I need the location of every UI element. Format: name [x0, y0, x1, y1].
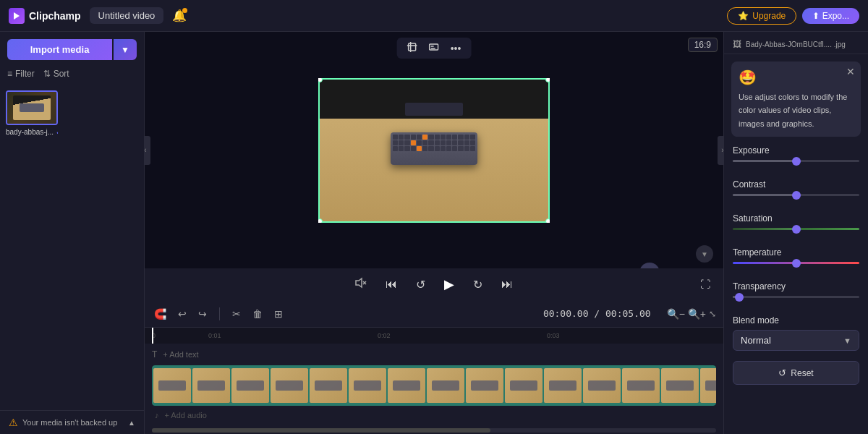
reset-icon: ↺ — [778, 367, 786, 378]
timecode-separator: / — [594, 308, 605, 319]
more-options-button[interactable]: ••• — [448, 41, 464, 56]
redo-button[interactable]: ↪ — [196, 306, 209, 322]
fit-zoom-button[interactable]: ⤡ — [709, 308, 716, 320]
list-item[interactable]: bady-abbas-j... ✓ — [6, 90, 58, 137]
key — [417, 146, 422, 151]
transparency-slider[interactable] — [733, 296, 859, 298]
cut-button[interactable]: ✂ — [230, 306, 243, 322]
key — [435, 140, 440, 145]
play-button[interactable]: ▶ — [441, 273, 457, 295]
toolbar-separator — [219, 307, 220, 320]
temperature-slider[interactable] — [733, 262, 859, 264]
key — [422, 135, 427, 140]
export-button[interactable]: ⬆ Expo... — [802, 8, 859, 24]
media-thumbnail — [6, 90, 58, 125]
track-thumbnail — [700, 368, 716, 403]
sort-button[interactable]: ⇅ Sort — [43, 69, 69, 79]
key — [428, 135, 433, 140]
reset-button[interactable]: ↺ Reset — [733, 361, 859, 385]
add-text-label[interactable]: + Add text — [163, 350, 198, 359]
video-track-bar[interactable]: ⏸ — [152, 365, 716, 406]
crop-tool-button[interactable] — [404, 41, 420, 56]
upgrade-button[interactable]: ⭐ Upgrade — [727, 7, 796, 25]
blend-mode-select[interactable]: Normal ▼ — [733, 330, 859, 351]
skip-back-button[interactable]: ⏮ — [383, 275, 400, 294]
video-frame-wrapper — [318, 78, 550, 223]
notification-bell-wrapper: 🔔 — [172, 9, 187, 22]
key — [458, 146, 463, 151]
exposure-thumb[interactable] — [792, 157, 801, 166]
thumb-keyboard-icon — [549, 380, 576, 391]
left-panel-collapse-button[interactable]: ‹ — [145, 136, 150, 165]
rewind-button[interactable]: ↺ — [413, 275, 428, 294]
key — [470, 146, 475, 151]
transparency-thumb[interactable] — [735, 293, 744, 302]
key — [452, 140, 457, 145]
horizontal-scrollbar[interactable] — [152, 428, 716, 433]
thumb-keyboard-icon — [393, 380, 420, 391]
temperature-thumb[interactable] — [792, 259, 801, 268]
topbar: Clipchamp Untitled video 🔔 ⭐ Upgrade ⬆ E… — [0, 0, 868, 32]
add-audio-label[interactable]: + Add audio — [165, 411, 207, 420]
caption-tool-button[interactable] — [426, 41, 442, 56]
transparency-label: Transparency — [733, 281, 859, 292]
thumb-keyboard-icon — [197, 380, 225, 391]
tooltip-text: Use adjust colors to modify the color va… — [739, 93, 847, 128]
exposure-slider[interactable] — [733, 160, 859, 162]
track-thumbnail — [466, 368, 503, 403]
undo-button[interactable]: ↩ — [176, 306, 189, 322]
ruler-mark-0: 0 — [152, 332, 208, 339]
thumb-keyboard-icon — [627, 380, 655, 391]
duplicate-button[interactable]: ⊞ — [272, 306, 285, 322]
playhead — [152, 328, 153, 344]
contrast-slider[interactable] — [733, 194, 859, 196]
main-layout: Import media ▼ ≡ Filter ⇅ Sort — [0, 32, 868, 434]
zoom-out-button[interactable]: 🔍− — [667, 308, 685, 320]
delete-button[interactable]: 🗑 — [250, 306, 265, 322]
track-thumbnail — [661, 368, 699, 403]
forward-button[interactable]: ↻ — [470, 275, 485, 294]
media-grid: bady-abbas-j... ✓ — [0, 85, 144, 410]
key — [404, 140, 409, 145]
key — [393, 146, 398, 151]
key — [404, 135, 409, 140]
video-frame — [318, 78, 550, 223]
thumb-keyboard-icon — [666, 380, 694, 391]
skip-forward-button[interactable]: ⏭ — [498, 275, 516, 294]
key — [422, 140, 427, 145]
magnet-button[interactable]: 🧲 — [152, 306, 169, 322]
filter-button[interactable]: ≡ Filter — [7, 69, 35, 79]
fullscreen-button[interactable]: ⛶ — [697, 276, 713, 293]
key — [464, 135, 469, 140]
key — [435, 146, 440, 151]
sort-icon: ⇅ — [43, 69, 51, 79]
key — [399, 140, 404, 145]
saturation-slider[interactable] — [733, 228, 859, 230]
saturation-thumb[interactable] — [792, 225, 801, 234]
adjust-colors-tooltip: ✕ 🤩 Use adjust colors to modify the colo… — [731, 61, 861, 137]
thumb-keyboard-icon — [588, 380, 616, 391]
import-media-dropdown-button[interactable]: ▼ — [114, 39, 137, 60]
zoom-in-button[interactable]: 🔍+ — [688, 308, 706, 320]
mute-button[interactable] — [352, 274, 370, 294]
contrast-thumb[interactable] — [792, 191, 801, 200]
right-panel: 🖼 Bady-Abbas-JOmBUCtfl.... .jpg ✕ 🤩 Use … — [723, 32, 868, 434]
tooltip-close-button[interactable]: ✕ — [846, 66, 855, 77]
center-area: ••• 16:9 — [145, 32, 723, 434]
panel-expand-button[interactable]: ▼ — [696, 245, 713, 263]
backup-warning[interactable]: ⚠ Your media isn't backed up ▲ — [0, 410, 144, 434]
monitor-bottom — [405, 103, 463, 116]
sort-label: Sort — [54, 69, 69, 79]
file-icon: 🖼 — [733, 39, 741, 49]
blend-mode-value: Normal — [741, 335, 771, 346]
tab-title[interactable]: Untitled video — [90, 7, 164, 24]
key — [464, 146, 469, 151]
upgrade-icon: ⭐ — [738, 11, 749, 21]
filter-icon: ≡ — [7, 69, 12, 79]
key — [393, 135, 398, 140]
import-media-button[interactable]: Import media — [7, 39, 112, 60]
right-panel-collapse-button[interactable]: › — [718, 136, 723, 165]
key — [428, 146, 433, 151]
key — [446, 135, 451, 140]
import-btn-row: Import media ▼ — [0, 32, 144, 67]
